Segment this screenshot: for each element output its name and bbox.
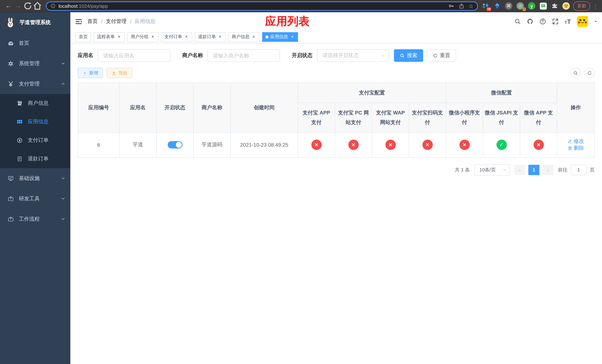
screen: ← → localhost:1024/pay/app ☆: [0, 0, 602, 364]
sidebar-subitem-coin-2[interactable]: 支付订单: [0, 131, 70, 150]
profile-emoji-icon[interactable]: [562, 2, 570, 10]
col-app-name: 应用名: [119, 83, 156, 132]
col-wx-jsapi: 微信 JSAPI 支付: [483, 103, 520, 132]
font-size-icon[interactable]: TT: [565, 18, 571, 25]
tab-6[interactable]: 应用信息×: [262, 32, 298, 42]
breadcrumb-current: 应用信息: [135, 18, 155, 25]
app-name-input[interactable]: [98, 49, 170, 62]
extension-grid-diamond-icon[interactable]: 10: [482, 2, 490, 10]
close-icon[interactable]: ×: [184, 34, 189, 39]
browser-menu-icon[interactable]: ⋮: [593, 3, 598, 9]
tab-5[interactable]: 商户信息×: [228, 32, 259, 42]
breadcrumb-pay[interactable]: 支付管理: [106, 18, 127, 25]
tab-1[interactable]: 流程表单×: [94, 32, 125, 42]
bookmark-star-icon[interactable]: ☆: [469, 3, 473, 9]
close-icon[interactable]: ×: [117, 34, 121, 39]
tab-3[interactable]: 支付订单×: [161, 32, 192, 42]
url-bar[interactable]: localhost:1024/pay/app ☆: [46, 1, 478, 11]
sidebar-item-yen-2[interactable]: 支付管理: [0, 74, 70, 94]
sidebar-subitem-shop-0[interactable]: 商户信息: [0, 94, 70, 113]
col-alipay-wap: 支付宝 WAP 网站支付: [372, 103, 409, 132]
chevron-down-icon: [381, 54, 385, 58]
col-wx-app: 微信 APP 支付: [520, 103, 557, 132]
chevron-down-icon: [61, 62, 65, 65]
cross-circle-icon: ×: [385, 140, 396, 150]
col-alipay-pc: 支付宝 PC 网站支付: [335, 103, 372, 132]
extensions-puzzle-icon[interactable]: [550, 2, 559, 10]
tab-4[interactable]: 退款订单×: [195, 32, 226, 42]
tab-0[interactable]: 首页: [75, 32, 91, 42]
close-icon[interactable]: ×: [150, 34, 155, 39]
next-page-button[interactable]: ›: [542, 165, 553, 175]
total-count: 共 1 条: [455, 167, 470, 173]
sidebar-item-briefcase-4[interactable]: 研发工具: [0, 189, 70, 209]
merchant-name-input[interactable]: [207, 49, 280, 62]
browser-back-icon[interactable]: ←: [4, 1, 13, 11]
browser-forward-icon[interactable]: →: [13, 1, 23, 11]
status-toggle[interactable]: [168, 141, 182, 149]
help-icon[interactable]: [539, 18, 546, 25]
extension-kite-icon[interactable]: [493, 2, 501, 10]
yen-icon: [7, 81, 14, 87]
password-key-icon[interactable]: [448, 3, 454, 9]
sidebar-menu: 首页系统管理支付管理商户信息应用信息支付订单退款订单基础设施研发工具工作流程: [0, 33, 70, 229]
fullscreen-icon[interactable]: [552, 18, 559, 25]
app-name-label: 应用名: [78, 52, 93, 59]
goto-label: 前往: [558, 167, 568, 173]
dashboard-icon: [7, 40, 14, 46]
col-alipay-app: 支付宝 APP 支付: [298, 103, 335, 132]
cell-channel-status: ✓: [483, 132, 520, 158]
breadcrumb-home[interactable]: 首页: [87, 18, 98, 25]
navbar: 首页 / 支付管理 / 应用信息 应用列表: [70, 12, 602, 31]
close-icon[interactable]: ×: [218, 34, 223, 39]
edit-button[interactable]: 修改: [567, 138, 584, 145]
user-avatar[interactable]: [577, 16, 588, 27]
browser-home-icon[interactable]: [32, 1, 42, 11]
sidebar-item-gear-1[interactable]: 系统管理: [0, 53, 70, 74]
close-icon[interactable]: ×: [251, 34, 256, 39]
close-icon[interactable]: ×: [290, 34, 295, 39]
delete-button[interactable]: 删除: [567, 145, 584, 152]
avatar-caret-icon[interactable]: [594, 20, 598, 23]
search-icon: [400, 53, 405, 58]
sidebar-subitem-grid-1[interactable]: 应用信息: [0, 113, 70, 131]
extension-command-icon[interactable]: ⌘: [505, 2, 513, 10]
add-button[interactable]: ＋ 新增: [78, 68, 103, 78]
col-alipay-qr: 支付宝扫码支付: [409, 103, 446, 132]
sidebar-item-briefcase-5[interactable]: 工作流程: [0, 209, 70, 229]
goto-page-input[interactable]: [570, 165, 587, 175]
share-icon[interactable]: [459, 3, 464, 9]
github-icon[interactable]: [527, 18, 534, 25]
search-button[interactable]: 搜索: [394, 49, 423, 62]
status-select[interactable]: 请选择开启状态: [317, 49, 389, 62]
header-search-icon[interactable]: [514, 18, 521, 25]
cell-channel-status: ×: [446, 132, 483, 158]
page-size-select[interactable]: 10条/页: [474, 164, 510, 175]
browser-reload-icon[interactable]: [23, 1, 32, 11]
sidebar-item-monitor-3[interactable]: 基础设施: [0, 168, 70, 189]
cell-status: [156, 132, 194, 158]
sidebar-item-dashboard-0[interactable]: 首页: [0, 33, 70, 53]
brand[interactable]: 芋道管理系统: [0, 12, 70, 33]
sidebar-subitem-doc-3[interactable]: 退款订单: [0, 150, 70, 168]
reset-button[interactable]: 重置: [427, 49, 456, 62]
refresh-table-button[interactable]: [584, 68, 595, 78]
extension-y-icon[interactable]: y: [527, 2, 536, 10]
toggle-search-button[interactable]: [570, 68, 580, 78]
info-icon[interactable]: [50, 3, 55, 9]
brand-logo: [5, 17, 16, 28]
prev-page-button[interactable]: ‹: [514, 165, 525, 175]
export-button[interactable]: 导出: [107, 68, 132, 78]
page-suffix: 页: [590, 167, 595, 173]
tab-2[interactable]: 用户分组×: [127, 32, 159, 42]
extension-chat-icon[interactable]: [539, 2, 547, 10]
current-page-button[interactable]: 1: [528, 165, 539, 175]
filter-form: 应用名 商户名称 开启状态 请选择开启状态 搜索 重置: [78, 49, 595, 62]
chevron-down-icon: [61, 217, 65, 221]
status-select-placeholder: 请选择开启状态: [322, 52, 359, 59]
collapse-sidebar-icon[interactable]: [75, 18, 82, 25]
active-dot-icon: [266, 35, 269, 38]
extension-avatar-icon[interactable]: 1: [516, 2, 524, 10]
cell-merchant: 芋道源码: [194, 132, 230, 158]
browser-update-button[interactable]: 更新: [573, 1, 590, 11]
